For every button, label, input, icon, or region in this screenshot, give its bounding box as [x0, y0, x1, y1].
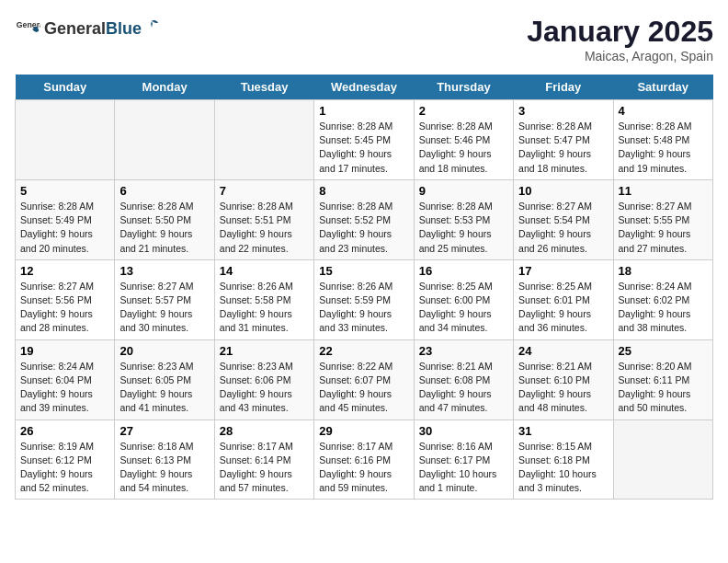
day-cell: 11Sunrise: 8:27 AM Sunset: 5:55 PM Dayli… — [613, 179, 712, 259]
day-header-saturday: Saturday — [613, 75, 712, 100]
day-cell — [16, 100, 115, 180]
logo-bird-icon — [143, 17, 160, 34]
day-info: Sunrise: 8:28 AM Sunset: 5:46 PM Dayligh… — [419, 120, 508, 176]
day-cell: 21Sunrise: 8:23 AM Sunset: 6:06 PM Dayli… — [214, 339, 313, 419]
day-header-thursday: Thursday — [414, 75, 513, 100]
day-info: Sunrise: 8:22 AM Sunset: 6:07 PM Dayligh… — [319, 360, 408, 416]
day-cell: 10Sunrise: 8:27 AM Sunset: 5:54 PM Dayli… — [514, 179, 613, 259]
day-info: Sunrise: 8:21 AM Sunset: 6:08 PM Dayligh… — [419, 360, 508, 416]
day-number: 22 — [319, 344, 408, 358]
day-cell: 15Sunrise: 8:26 AM Sunset: 5:59 PM Dayli… — [314, 259, 414, 339]
calendar-table: SundayMondayTuesdayWednesdayThursdayFrid… — [15, 75, 713, 500]
day-number: 7 — [220, 184, 309, 198]
day-cell: 6Sunrise: 8:28 AM Sunset: 5:50 PM Daylig… — [115, 179, 214, 259]
day-info: Sunrise: 8:23 AM Sunset: 6:06 PM Dayligh… — [220, 360, 309, 416]
logo-icon: General — [15, 15, 40, 40]
day-number: 2 — [419, 104, 508, 118]
day-info: Sunrise: 8:27 AM Sunset: 5:55 PM Dayligh… — [619, 200, 708, 256]
day-number: 6 — [119, 184, 209, 198]
day-info: Sunrise: 8:27 AM Sunset: 5:54 PM Dayligh… — [518, 200, 608, 256]
day-number: 28 — [220, 424, 309, 438]
day-cell: 23Sunrise: 8:21 AM Sunset: 6:08 PM Dayli… — [414, 339, 513, 419]
week-row-5: 26Sunrise: 8:19 AM Sunset: 6:12 PM Dayli… — [16, 419, 713, 500]
day-cell: 5Sunrise: 8:28 AM Sunset: 5:49 PM Daylig… — [16, 179, 115, 259]
day-cell: 1Sunrise: 8:28 AM Sunset: 5:45 PM Daylig… — [314, 100, 414, 180]
day-number: 23 — [419, 344, 508, 358]
day-header-tuesday: Tuesday — [214, 75, 313, 100]
day-cell: 17Sunrise: 8:25 AM Sunset: 6:01 PM Dayli… — [514, 259, 613, 339]
days-header-row: SundayMondayTuesdayWednesdayThursdayFrid… — [16, 75, 713, 100]
day-info: Sunrise: 8:23 AM Sunset: 6:05 PM Dayligh… — [119, 360, 209, 416]
day-info: Sunrise: 8:28 AM Sunset: 5:47 PM Dayligh… — [518, 120, 608, 176]
day-info: Sunrise: 8:17 AM Sunset: 6:16 PM Dayligh… — [319, 440, 408, 496]
day-cell: 9Sunrise: 8:28 AM Sunset: 5:53 PM Daylig… — [414, 179, 513, 259]
day-cell: 29Sunrise: 8:17 AM Sunset: 6:16 PM Dayli… — [314, 419, 414, 500]
logo-text-blue: Blue — [106, 19, 142, 39]
day-info: Sunrise: 8:28 AM Sunset: 5:51 PM Dayligh… — [220, 200, 309, 256]
day-number: 12 — [20, 264, 109, 278]
day-info: Sunrise: 8:16 AM Sunset: 6:17 PM Dayligh… — [419, 440, 508, 496]
day-info: Sunrise: 8:28 AM Sunset: 5:49 PM Dayligh… — [20, 200, 109, 256]
day-number: 13 — [119, 264, 209, 278]
day-cell: 16Sunrise: 8:25 AM Sunset: 6:00 PM Dayli… — [414, 259, 513, 339]
day-number: 14 — [220, 264, 309, 278]
day-cell: 26Sunrise: 8:19 AM Sunset: 6:12 PM Dayli… — [16, 419, 115, 500]
week-row-3: 12Sunrise: 8:27 AM Sunset: 5:56 PM Dayli… — [16, 259, 713, 339]
day-number: 31 — [518, 424, 608, 438]
day-info: Sunrise: 8:25 AM Sunset: 6:00 PM Dayligh… — [419, 280, 508, 336]
day-info: Sunrise: 8:18 AM Sunset: 6:13 PM Dayligh… — [119, 440, 209, 496]
day-number: 26 — [20, 424, 109, 438]
title-area: January 2025 Maicas, Aragon, Spain — [527, 15, 713, 63]
header: General GeneralBlue January 2025 Maicas,… — [15, 15, 713, 63]
day-cell: 3Sunrise: 8:28 AM Sunset: 5:47 PM Daylig… — [514, 100, 613, 180]
subtitle: Maicas, Aragon, Spain — [527, 49, 713, 63]
day-cell: 31Sunrise: 8:15 AM Sunset: 6:18 PM Dayli… — [514, 419, 613, 500]
day-cell: 30Sunrise: 8:16 AM Sunset: 6:17 PM Dayli… — [414, 419, 513, 500]
day-number: 8 — [319, 184, 408, 198]
day-cell: 25Sunrise: 8:20 AM Sunset: 6:11 PM Dayli… — [613, 339, 712, 419]
day-cell: 18Sunrise: 8:24 AM Sunset: 6:02 PM Dayli… — [613, 259, 712, 339]
day-cell: 13Sunrise: 8:27 AM Sunset: 5:57 PM Dayli… — [115, 259, 214, 339]
day-info: Sunrise: 8:27 AM Sunset: 5:56 PM Dayligh… — [20, 280, 109, 336]
day-cell: 14Sunrise: 8:26 AM Sunset: 5:58 PM Dayli… — [214, 259, 313, 339]
day-number: 4 — [619, 104, 708, 118]
day-header-sunday: Sunday — [16, 75, 115, 100]
day-info: Sunrise: 8:28 AM Sunset: 5:48 PM Dayligh… — [619, 120, 708, 176]
day-number: 20 — [119, 344, 209, 358]
day-number: 19 — [20, 344, 109, 358]
day-number: 29 — [319, 424, 408, 438]
day-info: Sunrise: 8:28 AM Sunset: 5:53 PM Dayligh… — [419, 200, 508, 256]
week-row-2: 5Sunrise: 8:28 AM Sunset: 5:49 PM Daylig… — [16, 179, 713, 259]
day-info: Sunrise: 8:21 AM Sunset: 6:10 PM Dayligh… — [518, 360, 608, 416]
day-info: Sunrise: 8:25 AM Sunset: 6:01 PM Dayligh… — [518, 280, 608, 336]
day-info: Sunrise: 8:19 AM Sunset: 6:12 PM Dayligh… — [20, 440, 109, 496]
day-info: Sunrise: 8:17 AM Sunset: 6:14 PM Dayligh… — [220, 440, 309, 496]
week-row-1: 1Sunrise: 8:28 AM Sunset: 5:45 PM Daylig… — [16, 100, 713, 180]
day-number: 1 — [319, 104, 408, 118]
calendar-body: 1Sunrise: 8:28 AM Sunset: 5:45 PM Daylig… — [16, 100, 713, 500]
day-number: 21 — [220, 344, 309, 358]
day-number: 18 — [619, 264, 708, 278]
day-cell: 27Sunrise: 8:18 AM Sunset: 6:13 PM Dayli… — [115, 419, 214, 500]
day-number: 27 — [119, 424, 209, 438]
day-info: Sunrise: 8:20 AM Sunset: 6:11 PM Dayligh… — [619, 360, 708, 416]
day-cell: 4Sunrise: 8:28 AM Sunset: 5:48 PM Daylig… — [613, 100, 712, 180]
day-number: 9 — [419, 184, 508, 198]
week-row-4: 19Sunrise: 8:24 AM Sunset: 6:04 PM Dayli… — [16, 339, 713, 419]
day-info: Sunrise: 8:28 AM Sunset: 5:50 PM Dayligh… — [119, 200, 209, 256]
day-number: 11 — [619, 184, 708, 198]
day-cell: 8Sunrise: 8:28 AM Sunset: 5:52 PM Daylig… — [314, 179, 414, 259]
day-info: Sunrise: 8:15 AM Sunset: 6:18 PM Dayligh… — [518, 440, 608, 496]
day-header-friday: Friday — [514, 75, 613, 100]
day-cell — [115, 100, 214, 180]
day-cell: 2Sunrise: 8:28 AM Sunset: 5:46 PM Daylig… — [414, 100, 513, 180]
day-number: 5 — [20, 184, 109, 198]
day-info: Sunrise: 8:28 AM Sunset: 5:52 PM Dayligh… — [319, 200, 408, 256]
day-cell — [613, 419, 712, 500]
day-number: 24 — [518, 344, 608, 358]
day-info: Sunrise: 8:26 AM Sunset: 5:58 PM Dayligh… — [220, 280, 309, 336]
day-header-wednesday: Wednesday — [314, 75, 414, 100]
day-info: Sunrise: 8:28 AM Sunset: 5:45 PM Dayligh… — [319, 120, 408, 176]
day-number: 3 — [518, 104, 608, 118]
day-header-monday: Monday — [115, 75, 214, 100]
